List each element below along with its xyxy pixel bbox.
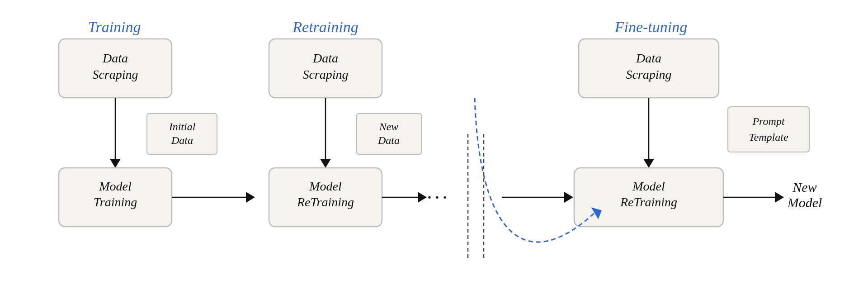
finetuning-scraping-text-line2: Scraping <box>626 67 671 81</box>
finetuning-model-text-line1: Model <box>632 179 665 193</box>
dots-to-finetuning-head <box>564 192 573 203</box>
dots-text: ··· <box>427 186 450 209</box>
retraining-scraping-text-line1: Data <box>312 51 338 65</box>
finetuning-prompt-box <box>728 107 809 152</box>
training-initial-data-line1: Initial <box>169 121 196 133</box>
finetuning-arrow-down-head <box>643 159 654 168</box>
finetuning-prompt-line2: Template <box>749 131 788 143</box>
retraining-scraping-text-line2: Scraping <box>302 67 348 81</box>
finetuning-to-newmodel-head <box>775 192 784 203</box>
retraining-model-text-line1: Model <box>309 179 342 193</box>
new-model-line2: Model <box>787 195 822 210</box>
finetuning-model-text-line2: ReTraining <box>620 195 677 209</box>
retraining-label: Retraining <box>292 19 358 35</box>
finetuning-scraping-text-line1: Data <box>636 51 661 65</box>
retraining-new-data-line2: Data <box>377 134 400 146</box>
training-initial-data-line2: Data <box>171 134 193 146</box>
retraining-new-data-box <box>356 114 422 154</box>
retraining-model-text-line2: ReTraining <box>297 195 354 209</box>
training-scraping-text-line2: Scraping <box>92 67 138 81</box>
training-initial-data-box <box>147 114 217 154</box>
new-model-line1: New <box>792 180 816 195</box>
finetuning-prompt-line1: Prompt <box>752 115 785 127</box>
retraining-new-data-line1: New <box>379 121 399 133</box>
training-scraping-text-line1: Data <box>102 51 128 65</box>
training-label: Training <box>88 19 141 35</box>
training-model-text-line2: Training <box>94 195 137 209</box>
finetuning-label: Fine-tuning <box>614 19 688 35</box>
training-model-text-line1: Model <box>99 179 132 193</box>
retraining-to-dots-head <box>418 192 427 203</box>
retraining-arrow-down-head <box>320 159 331 168</box>
diagram: Training Data Scraping Initial Data Mode… <box>27 7 841 288</box>
training-to-retraining-head <box>246 192 255 203</box>
training-arrow-down-head <box>110 159 121 168</box>
